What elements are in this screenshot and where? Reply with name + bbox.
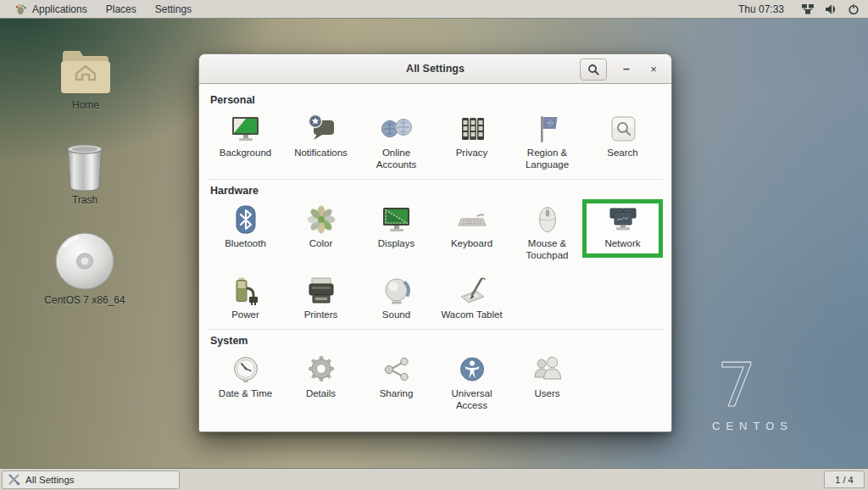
settings-item-label: Users [534,387,559,399]
settings-item-wacom-tablet[interactable]: Wacom Tablet [434,273,509,320]
settings-item-label: Notifications [294,147,348,159]
settings-item-label: Online Accounts [362,147,431,170]
settings-item-label: Background [220,147,271,159]
region-language-icon [531,114,565,144]
settings-item-label: Keyboard [451,237,492,249]
settings-item-online-accounts[interactable]: Online Accounts [359,111,434,170]
section-header-hardware: Hardware [210,185,663,197]
universal-access-icon [455,354,489,385]
privacy-icon [455,114,489,144]
hardware-grid: Bluetooth [208,202,663,320]
bluetooth-icon [229,204,263,235]
power-tray-icon[interactable] [848,3,860,15]
centos-7-numeral: 7 [710,354,770,415]
settings-item-users[interactable]: Users [509,352,585,399]
background-icon [229,114,263,144]
settings-item-bluetooth[interactable]: Bluetooth [208,202,283,249]
close-button[interactable]: × [643,54,665,83]
settings-item-label: Universal Access [437,387,507,411]
trash-icon [64,142,106,192]
menu-label: Applications [32,3,87,15]
centos-brand-text: CENTOS [710,420,793,432]
settings-item-label: Sharing [380,387,414,399]
settings-item-notifications[interactable]: Notifications [283,111,359,159]
svg-text:7: 7 [717,354,756,415]
sound-icon [380,276,414,306]
notifications-icon [304,114,338,144]
bottom-taskbar: All Settings 1 / 4 [0,468,868,490]
settings-item-label: Wacom Tablet [441,309,502,320]
settings-item-label: Color [309,237,332,249]
settings-item-privacy[interactable]: Privacy [434,111,509,159]
settings-item-color[interactable]: Color [283,202,359,249]
desktop-icon-trash[interactable]: Trash [59,142,110,206]
displays-icon [380,204,414,235]
power-icon [229,276,263,306]
settings-item-search[interactable]: Search [585,111,660,159]
wacom-tablet-icon [455,276,489,306]
settings-item-label: Power [231,309,259,320]
settings-item-details[interactable]: Details [283,352,359,399]
settings-item-label: Network [604,237,640,249]
window-title: All Settings [406,63,465,75]
desktop-icon-centos-cd[interactable]: CentOS 7 x86_64 [49,232,120,306]
details-icon [304,354,338,385]
settings-menu[interactable]: Settings [146,0,201,18]
settings-item-mouse-touchpad[interactable]: Mouse & Touchpad [509,202,585,261]
section-divider [208,179,663,180]
centos-watermark: 7 CENTOS [710,354,793,432]
titlebar-search-button[interactable] [580,58,607,81]
menu-label: Places [106,3,136,15]
settings-item-power[interactable]: Power [208,273,283,320]
titlebar[interactable]: All Settings – × [199,54,671,84]
places-menu[interactable]: Places [97,0,146,18]
search-magnifier-icon [587,64,599,75]
settings-item-sound[interactable]: Sound [359,273,434,320]
personal-grid: Background Notifications [208,111,663,170]
desktop-icon-label: CentOS 7 x86_64 [44,294,125,306]
settings-item-universal-access[interactable]: Universal Access [434,352,509,411]
settings-tools-icon [8,473,20,486]
desktop-icon-label: Trash [72,194,97,206]
clock[interactable]: Thu 07:33 [738,3,784,15]
volume-icon[interactable] [825,3,837,15]
settings-panel: Personal Background [199,84,671,432]
taskbar-all-settings-button[interactable]: All Settings [2,471,180,489]
settings-item-printers[interactable]: Printers [283,273,359,320]
settings-item-keyboard[interactable]: Keyboard [434,202,509,249]
workspace-pager[interactable]: 1 / 4 [824,471,865,488]
settings-item-region-language[interactable]: Region & Language [509,111,585,170]
settings-item-label: Details [306,387,336,399]
settings-item-label: Privacy [456,147,488,159]
settings-item-sharing[interactable]: Sharing [359,352,434,399]
system-grid: Date & Time [208,352,663,411]
settings-item-background[interactable]: Background [208,111,283,159]
all-settings-window: All Settings – × Personal [198,53,672,432]
settings-item-label: Sound [382,309,410,320]
settings-item-date-time[interactable]: Date & Time [208,352,283,399]
network-tray-icon[interactable] [801,3,815,15]
users-icon [531,354,565,385]
desktop-icon-label: Home [72,99,99,111]
section-header-system: System [210,335,663,347]
desktop-icon-home[interactable]: Home [53,46,119,111]
section-header-personal: Personal [210,94,663,106]
settings-item-network[interactable]: Network [585,202,660,255]
applications-menu[interactable]: Applications [5,0,97,18]
section-divider [208,329,663,330]
network-icon [606,204,640,235]
settings-item-label: Printers [304,309,338,320]
menu-label: Settings [155,3,192,15]
settings-item-displays[interactable]: Displays [359,202,434,249]
minimize-button[interactable]: – [615,54,637,83]
color-icon [304,204,338,235]
taskbar-task-label: All Settings [25,475,75,485]
online-accounts-icon [380,114,414,144]
settings-item-label: Mouse & Touchpad [513,237,582,261]
settings-item-label: Bluetooth [225,237,266,249]
top-bar: Applications Places Settings Thu 07:33 [0,0,868,19]
date-time-icon [229,354,263,385]
settings-item-label: Search [607,147,637,159]
settings-item-label: Region & Language [513,147,582,170]
cd-disc-icon [53,232,116,292]
